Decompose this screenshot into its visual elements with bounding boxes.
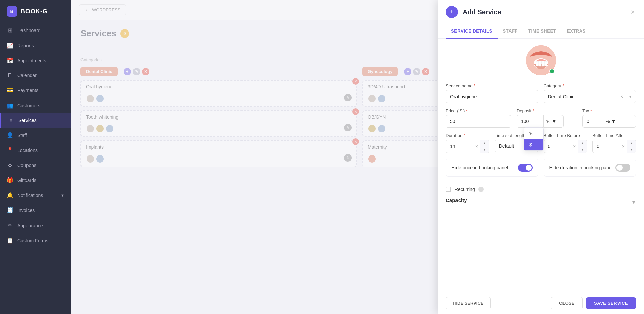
sidebar-item-label: Locations bbox=[17, 148, 38, 153]
sidebar-item-appearance[interactable]: ✏ Appearance bbox=[0, 218, 71, 233]
avatar bbox=[368, 94, 376, 103]
dental-del-btn[interactable]: ✕ bbox=[142, 68, 149, 75]
category-select[interactable]: Dental Clinic × ▼ bbox=[544, 90, 636, 103]
category-dropdown-arrow[interactable]: ▼ bbox=[625, 94, 636, 99]
form-row-name-category: Service name * Category * Dental Clinic … bbox=[446, 83, 636, 103]
oral-edit-btn[interactable]: ✎ bbox=[344, 94, 352, 101]
sidebar-item-staff[interactable]: 👤 Staff bbox=[0, 128, 71, 143]
services-count-badge: 9 bbox=[120, 29, 129, 38]
sidebar-item-dashboard[interactable]: ⊞ Dashboard bbox=[0, 23, 71, 38]
buffer-before-down[interactable]: ▼ bbox=[578, 146, 587, 153]
custom-forms-icon: 📋 bbox=[7, 237, 13, 244]
modal-body: Service name * Category * Dental Clinic … bbox=[438, 39, 644, 292]
wp-label: WORDPRESS bbox=[92, 7, 120, 12]
duration-up-btn[interactable]: ▲ bbox=[480, 140, 489, 146]
duration-clear-btn[interactable]: × bbox=[473, 144, 480, 149]
gynecology-del-btn[interactable]: ✕ bbox=[422, 68, 429, 75]
modal-close-button[interactable]: × bbox=[629, 7, 636, 17]
buffer-after-down[interactable]: ▼ bbox=[627, 146, 636, 153]
tab-service-details[interactable]: SERVICE DETAILS bbox=[446, 24, 498, 39]
tooth-delete-btn[interactable]: ✕ bbox=[352, 108, 359, 115]
recurring-checkbox[interactable] bbox=[446, 187, 451, 192]
gynecology-controls: + ✎ ✕ bbox=[404, 68, 429, 75]
svg-rect-2 bbox=[536, 61, 539, 66]
sidebar-item-notifications[interactable]: 🔔 Notifications ▼ bbox=[0, 188, 71, 203]
form-group-buffer-after: Buffer Time After 0 × ▲ ▼ bbox=[592, 133, 636, 153]
hide-duration-knob bbox=[616, 165, 623, 171]
sidebar-item-reports[interactable]: 📈 Reports bbox=[0, 38, 71, 53]
sidebar-item-label: Invoices bbox=[17, 208, 35, 213]
sidebar-item-coupons[interactable]: 🎟 Coupons bbox=[0, 158, 71, 173]
service-name-input[interactable] bbox=[446, 90, 538, 103]
dental-add-btn[interactable]: + bbox=[124, 68, 131, 75]
calendar-icon: 🗓 bbox=[7, 72, 13, 78]
sidebar-item-customers[interactable]: 👥 Customers bbox=[0, 98, 71, 113]
category-dental: Dental Clinic + ✎ ✕ Oral hygiene bbox=[80, 67, 357, 171]
save-service-button[interactable]: SAVE SERVICE bbox=[586, 297, 636, 309]
buffer-after-clear[interactable]: × bbox=[620, 144, 627, 149]
gynecology-edit-btn[interactable]: ✎ bbox=[413, 68, 420, 75]
hide-price-knob bbox=[526, 165, 532, 171]
duration-select[interactable]: 1h × ▲ ▼ bbox=[446, 140, 489, 153]
category-clear-btn[interactable]: × bbox=[618, 94, 625, 99]
buffer-before-clear[interactable]: × bbox=[571, 144, 578, 149]
sidebar-item-label: Calendar bbox=[17, 73, 37, 78]
avatar bbox=[86, 154, 95, 163]
staff-icon: 👤 bbox=[7, 132, 13, 138]
wordpress-button[interactable]: ← WORDPRESS bbox=[79, 4, 126, 15]
capacity-expand-btn[interactable]: ▼ bbox=[631, 200, 636, 205]
logo-text: BOOK-G bbox=[21, 8, 48, 15]
tax-unit-select[interactable]: % ▼ bbox=[603, 115, 619, 127]
hide-price-toggle-row: Hide price in booking panel: bbox=[446, 159, 538, 177]
sidebar-item-invoices[interactable]: 🧾 Invoices bbox=[0, 203, 71, 218]
deposit-input-group: % ▼ % $ bbox=[517, 115, 577, 128]
avatar bbox=[368, 124, 376, 133]
tab-time-sheet[interactable]: TIME SHEET bbox=[523, 24, 561, 39]
deposit-unit-select[interactable]: % ▼ % $ bbox=[543, 115, 564, 128]
deposit-option-percent[interactable]: % bbox=[524, 128, 543, 139]
dental-edit-btn[interactable]: ✎ bbox=[133, 68, 140, 75]
gynecology-add-btn[interactable]: + bbox=[404, 68, 411, 75]
buffer-before-select[interactable]: 0 × ▲ ▼ bbox=[544, 140, 587, 153]
deposit-option-dollar[interactable]: $ bbox=[524, 139, 543, 150]
price-input[interactable] bbox=[446, 115, 511, 128]
sidebar-item-giftcards[interactable]: 🎁 Giftcards bbox=[0, 173, 71, 188]
tooth-avatars bbox=[86, 124, 114, 133]
dental-label: Dental Clinic bbox=[80, 67, 118, 76]
sidebar-item-locations[interactable]: 📍 Locations bbox=[0, 143, 71, 158]
duration-down-btn[interactable]: ▼ bbox=[480, 146, 489, 153]
sidebar-item-services[interactable]: ≡ Services bbox=[0, 113, 71, 128]
form-group-tax: Tax * % ▼ bbox=[582, 108, 636, 128]
sidebar-item-appointments[interactable]: 📅 Appointments bbox=[0, 53, 71, 68]
recurring-info-icon[interactable]: i bbox=[478, 187, 484, 192]
deposit-unit-value: % bbox=[546, 119, 550, 124]
buffer-after-up[interactable]: ▲ bbox=[627, 140, 636, 146]
modal-plus-icon: + bbox=[446, 6, 458, 18]
implants-edit-btn[interactable]: ✎ bbox=[344, 154, 352, 162]
sidebar-item-label: Dashboard bbox=[17, 28, 41, 33]
hide-duration-toggle[interactable] bbox=[615, 164, 630, 172]
tax-input[interactable] bbox=[583, 115, 603, 127]
sidebar-item-calendar[interactable]: 🗓 Calendar bbox=[0, 68, 71, 83]
form-group-service-name: Service name * bbox=[446, 83, 538, 103]
service-card-implants[interactable]: Implants ✕ ✎ bbox=[80, 140, 357, 167]
tooth-edit-btn[interactable]: ✎ bbox=[344, 124, 352, 131]
implants-delete-btn[interactable]: ✕ bbox=[352, 138, 359, 145]
tab-extras[interactable]: EXTRAS bbox=[561, 24, 591, 39]
buffer-after-select[interactable]: 0 × ▲ ▼ bbox=[592, 140, 636, 153]
avatar bbox=[96, 94, 104, 103]
close-button[interactable]: CLOSE bbox=[551, 297, 583, 309]
wp-arrow-icon: ← bbox=[85, 7, 89, 12]
hide-price-toggle[interactable] bbox=[518, 164, 533, 172]
hide-service-button[interactable]: HIDE SERVICE bbox=[446, 297, 491, 309]
service-card-oral[interactable]: Oral hygiene ✕ ✎ bbox=[80, 80, 357, 107]
tab-staff[interactable]: STAFF bbox=[498, 24, 523, 39]
service-card-tooth[interactable]: Tooth whitening ✕ ✎ bbox=[80, 110, 357, 137]
oral-delete-btn[interactable]: ✕ bbox=[352, 78, 359, 85]
deposit-input[interactable] bbox=[517, 115, 543, 128]
buffer-before-up[interactable]: ▲ bbox=[578, 140, 587, 146]
sidebar-item-custom-forms[interactable]: 📋 Custom Forms bbox=[0, 233, 71, 248]
sidebar-item-payments[interactable]: 💳 Payments bbox=[0, 83, 71, 98]
app-logo: B BOOK-G bbox=[0, 0, 71, 23]
sidebar-item-label: Reports bbox=[17, 43, 34, 48]
